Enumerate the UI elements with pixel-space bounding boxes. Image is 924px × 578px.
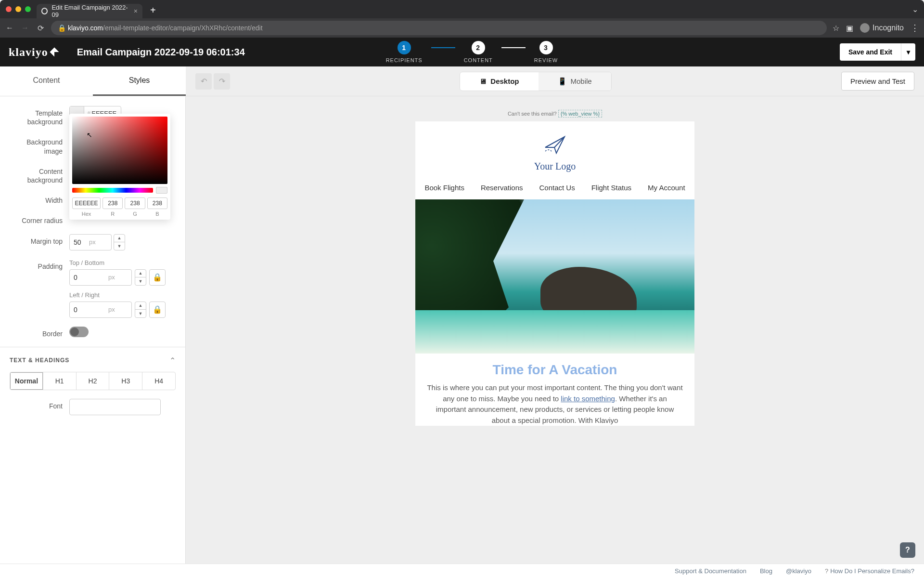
text-headings-section-header[interactable]: TEXT & HEADINGS ⌃ (0, 347, 185, 372)
email-nav[interactable]: Book Flights Reservations Contact Us Fli… (415, 179, 694, 199)
desktop-icon: 🖥 (479, 77, 487, 85)
template-bg-label: Template background (10, 106, 63, 126)
email-canvas[interactable]: Can't see this email? {% web_view %} You… (186, 96, 924, 564)
padding-lr-field: px (69, 302, 132, 318)
stepper-down-icon[interactable]: ▼ (114, 242, 125, 250)
help-fab-icon[interactable]: ? (900, 542, 915, 558)
tab-favicon-icon (41, 8, 48, 14)
nav-link[interactable]: Contact Us (539, 184, 575, 192)
redo-icon[interactable]: ↷ (214, 73, 230, 90)
reload-icon[interactable]: ⟳ (36, 24, 45, 33)
padding-tb-input[interactable] (70, 274, 108, 281)
color-preview-swatch (156, 187, 167, 194)
border-label: Border (10, 327, 63, 338)
color-hex-input[interactable] (72, 197, 101, 209)
border-toggle[interactable] (69, 327, 89, 337)
tab-content[interactable]: Content (0, 66, 93, 96)
font-select[interactable] (69, 399, 161, 415)
address-bar[interactable]: 🔒 klaviyo.com /email-template-editor/cam… (51, 21, 827, 35)
wizard-connector (501, 47, 526, 48)
color-picker-popout: ↖ Hex R G (69, 114, 170, 220)
close-window-icon[interactable] (6, 6, 12, 12)
color-hex-label: Hex (82, 211, 91, 217)
font-label: Font (10, 399, 63, 410)
color-b-input[interactable] (147, 197, 167, 209)
padding-lr-stepper[interactable]: ▲▼ (135, 302, 146, 318)
url-path: /email-template-editor/campaign/XhXRhc/c… (103, 24, 263, 32)
save-and-exit-button[interactable]: Save and Exit (840, 43, 901, 61)
padding-tb-label: Top / Bottom (69, 259, 176, 266)
padding-tb-stepper[interactable]: ▲▼ (135, 269, 146, 286)
nav-link[interactable]: My Account (648, 184, 685, 192)
preview-and-test-button[interactable]: Preview and Test (841, 72, 914, 91)
bookmark-star-icon[interactable]: ☆ (833, 24, 839, 33)
color-r-input[interactable] (103, 197, 123, 209)
styles-sidebar: Template background #EEEEEE Background i… (0, 96, 186, 564)
padding-lr-input[interactable] (70, 306, 108, 314)
template-tag[interactable]: {% web_view %} (558, 110, 602, 118)
corner-radius-label: Corner radius (10, 213, 63, 225)
url-domain: klaviyo.com (68, 24, 103, 32)
margin-top-label: Margin top (10, 234, 63, 246)
browser-tab[interactable]: Edit Email Campaign 2022-09 × (37, 4, 142, 18)
color-saturation-field[interactable]: ↖ (72, 117, 167, 184)
padding-tb-lock-icon[interactable]: 🔒 (149, 269, 166, 286)
text-tab-h1[interactable]: H1 (43, 372, 77, 390)
wizard-step-review[interactable]: 3 REVIEW (534, 41, 558, 63)
nav-link[interactable]: Reservations (481, 184, 523, 192)
color-hue-slider[interactable] (72, 188, 153, 193)
browser-tab-bar: Edit Email Campaign 2022-09 × + ⌄ (0, 0, 924, 18)
email-body-text[interactable]: This is where you can put your most impo… (415, 382, 694, 426)
sidebar-tabs: Content Styles (0, 66, 186, 96)
padding-tb-field: px (69, 269, 132, 286)
nav-link[interactable]: Flight Status (591, 184, 631, 192)
email-headline[interactable]: Time for A Vacation (415, 354, 694, 382)
color-g-input[interactable] (125, 197, 145, 209)
undo-icon[interactable]: ↶ (195, 73, 212, 90)
padding-lr-lock-icon[interactable]: 🔒 (149, 302, 166, 318)
maximize-window-icon[interactable] (25, 6, 31, 12)
minimize-window-icon[interactable] (15, 6, 21, 12)
device-desktop-button[interactable]: 🖥 Desktop (460, 72, 538, 91)
back-icon[interactable]: ← (5, 24, 14, 32)
text-tab-normal[interactable]: Normal (10, 372, 43, 390)
email-hero-image[interactable] (415, 199, 694, 354)
text-tab-h4[interactable]: H4 (142, 372, 175, 390)
margin-top-input[interactable] (70, 238, 89, 246)
text-style-tabs: Normal H1 H2 H3 H4 (10, 372, 176, 390)
new-tab-icon[interactable]: + (150, 5, 156, 16)
email-logo-block[interactable]: Your Logo (415, 121, 694, 179)
lock-icon: 🔒 (58, 24, 68, 32)
color-b-label: B (155, 211, 159, 217)
browser-menu-icon[interactable]: ⋮ (911, 23, 919, 33)
stepper-up-icon[interactable]: ▲ (114, 235, 125, 243)
margin-top-stepper[interactable]: ▲ ▼ (114, 234, 125, 250)
nav-link[interactable]: Book Flights (424, 184, 464, 192)
window-controls (6, 6, 31, 12)
margin-top-input-wrap: px (69, 234, 112, 250)
wizard-steps: 1 RECIPIENTS 2 CONTENT 3 REVIEW (386, 41, 558, 63)
margin-top-unit: px (89, 238, 96, 246)
email-preview: Can't see this email? {% web_view %} You… (415, 111, 694, 549)
width-label: Width (10, 193, 63, 205)
page-title: Email Campaign 2022-09-19 06:01:34 (77, 47, 245, 58)
canvas-toolbar: ↶ ↷ 🖥 Desktop 📱 Mobile Preview and Test (186, 66, 924, 96)
color-r-label: R (111, 211, 115, 217)
wizard-step-content[interactable]: 2 CONTENT (464, 41, 493, 63)
paper-plane-icon (543, 133, 567, 157)
email-body-link[interactable]: link to something (561, 394, 615, 403)
content-bg-label: Content background (10, 164, 63, 184)
device-mobile-button[interactable]: 📱 Mobile (539, 72, 611, 91)
wizard-step-recipients[interactable]: 1 RECIPIENTS (386, 41, 423, 63)
color-g-label: G (133, 211, 137, 217)
extensions-icon[interactable]: ▣ (846, 24, 853, 33)
tab-overflow-icon[interactable]: ⌄ (912, 5, 918, 14)
tab-close-icon[interactable]: × (134, 7, 138, 15)
text-tab-h2[interactable]: H2 (77, 372, 110, 390)
save-exit-dropdown-icon[interactable]: ▾ (901, 43, 915, 61)
padding-label: Padding (10, 259, 63, 271)
save-and-exit-group: Save and Exit ▾ (840, 43, 915, 61)
brand-logo[interactable]: klaviyo (9, 46, 58, 59)
tab-styles[interactable]: Styles (93, 66, 186, 96)
text-tab-h3[interactable]: H3 (109, 372, 142, 390)
